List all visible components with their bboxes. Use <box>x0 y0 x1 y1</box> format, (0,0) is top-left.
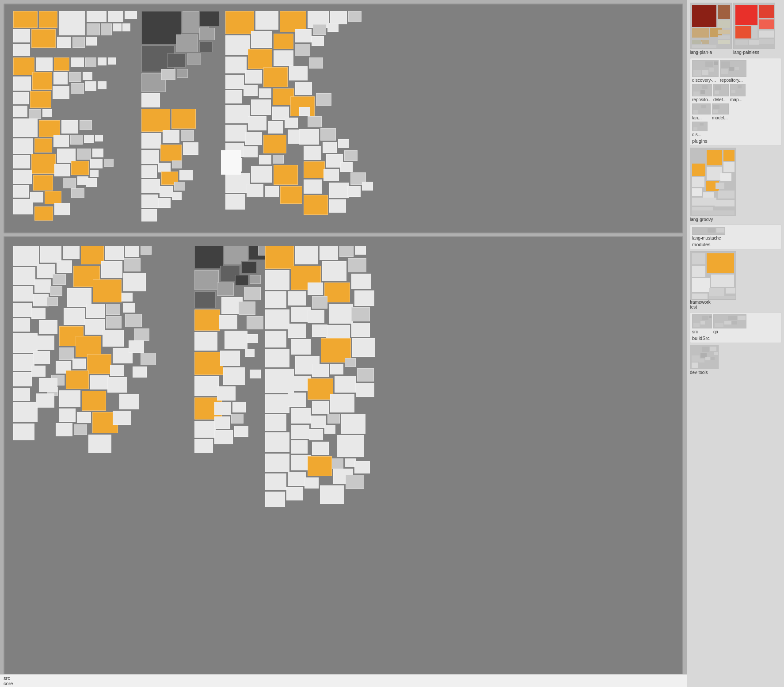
tm-block <box>56 423 72 436</box>
sidebar-item-framework-test[interactable]: framework test <box>690 251 781 309</box>
tm-block <box>362 182 373 191</box>
tm-block <box>194 376 219 396</box>
tm-block <box>247 334 258 343</box>
tm-block <box>104 159 114 167</box>
sidebar-item-discovery[interactable]: discovery-... <box>692 60 719 83</box>
tm-block <box>251 31 272 48</box>
tm-block <box>29 109 41 119</box>
tm-block <box>356 383 374 397</box>
tm-block <box>324 282 350 302</box>
sidebar-item-model1[interactable]: model... <box>712 103 729 120</box>
tm-block <box>53 86 69 99</box>
tm-block <box>225 35 250 55</box>
tm-block <box>348 258 366 272</box>
tm-block <box>59 390 80 407</box>
sidebar-item-repository[interactable]: repository... <box>720 60 746 83</box>
sidebar-item-qa[interactable]: qa <box>713 314 746 334</box>
tm-block <box>92 149 103 157</box>
footer: src core <box>0 674 687 687</box>
sidebar-item-src[interactable]: src <box>692 314 712 334</box>
tm-block <box>80 120 92 130</box>
tm-block <box>13 424 34 440</box>
tm-block <box>263 67 288 87</box>
tm-block <box>304 477 319 489</box>
sidebar-item-reposito2[interactable]: reposito... <box>692 84 712 102</box>
sidebar-item-map[interactable]: map... <box>730 84 746 102</box>
tm-block <box>108 11 123 22</box>
tm-block <box>225 125 247 141</box>
sidebar-item-delet[interactable]: delet... <box>713 84 729 102</box>
tm-block <box>199 28 215 40</box>
tm-block <box>323 142 337 153</box>
label-framework: framework <box>690 300 711 305</box>
lang-top-row: lang-plan-a lang-painless <box>690 3 781 55</box>
sidebar-item-lang-plan-a[interactable]: lang-plan-a <box>690 3 732 55</box>
sidebar-item-lang-groovy[interactable]: lang-groovy <box>690 148 781 222</box>
sidebar-item-lan[interactable]: lan... <box>692 103 711 120</box>
tm-block <box>69 72 81 82</box>
tm-block <box>351 274 371 289</box>
label-lang-plan-a: lang-plan-a <box>690 50 712 55</box>
tm-block <box>187 53 201 65</box>
tm-block <box>345 358 356 367</box>
tm-block <box>304 161 325 178</box>
tm-block <box>81 246 104 264</box>
tm-block <box>124 258 141 271</box>
label-qa: qa <box>713 329 718 334</box>
buildsrc-label: buildSrc <box>692 336 779 341</box>
tm-block <box>176 34 198 52</box>
tm-block <box>123 303 135 313</box>
tm-block <box>71 57 84 67</box>
tm-block <box>194 332 217 351</box>
tm-block <box>288 291 306 305</box>
tm-block <box>57 260 72 273</box>
tm-block <box>323 169 339 181</box>
tm-block <box>177 69 188 78</box>
sidebar-item-lang-painless[interactable]: lang-painless <box>733 3 775 55</box>
tm-block <box>288 324 306 338</box>
tm-block <box>119 394 139 409</box>
label-lang-painless: lang-painless <box>733 50 759 55</box>
tm-block <box>312 401 329 414</box>
tm-block <box>263 135 286 153</box>
tm-block <box>344 150 358 161</box>
tm-block <box>255 11 278 30</box>
tm-block <box>265 394 289 413</box>
tm-block <box>108 57 116 65</box>
tm-block <box>13 11 38 28</box>
tm-block <box>295 29 312 42</box>
tm-block <box>87 23 100 35</box>
tm-block <box>330 394 354 412</box>
tm-block <box>167 53 186 68</box>
tm-block <box>274 50 293 66</box>
tm-block <box>39 11 57 28</box>
tm-block <box>54 164 70 176</box>
label-lan: lan... <box>692 115 702 120</box>
label-lang-mustache: lang-mustache <box>692 236 721 240</box>
sidebar-item-dev-tools[interactable]: dev-tools <box>690 345 781 375</box>
tm-block <box>339 246 354 257</box>
tm-block <box>308 456 332 476</box>
tm-block <box>265 454 289 472</box>
tm-block <box>13 185 29 198</box>
tm-block <box>352 338 375 357</box>
tm-block <box>13 29 30 42</box>
tm-block <box>288 393 306 407</box>
tm-block <box>265 291 286 308</box>
tm-block <box>322 261 346 281</box>
tm-block <box>53 135 69 147</box>
tm-block <box>217 386 236 401</box>
tm-block <box>245 70 262 84</box>
sidebar-item-lang-mustache[interactable]: lang-mustache <box>692 227 725 240</box>
tm-block <box>74 424 87 435</box>
tm-block <box>239 302 255 315</box>
tm-block <box>36 393 54 408</box>
tm-block <box>348 11 362 22</box>
tm-block <box>265 473 286 490</box>
tm-block <box>320 128 336 141</box>
tm-block <box>31 154 56 174</box>
tm-block <box>247 184 263 197</box>
tm-block <box>125 246 139 257</box>
tm-block <box>34 206 53 221</box>
sidebar-item-dis[interactable]: dis... <box>692 122 708 137</box>
